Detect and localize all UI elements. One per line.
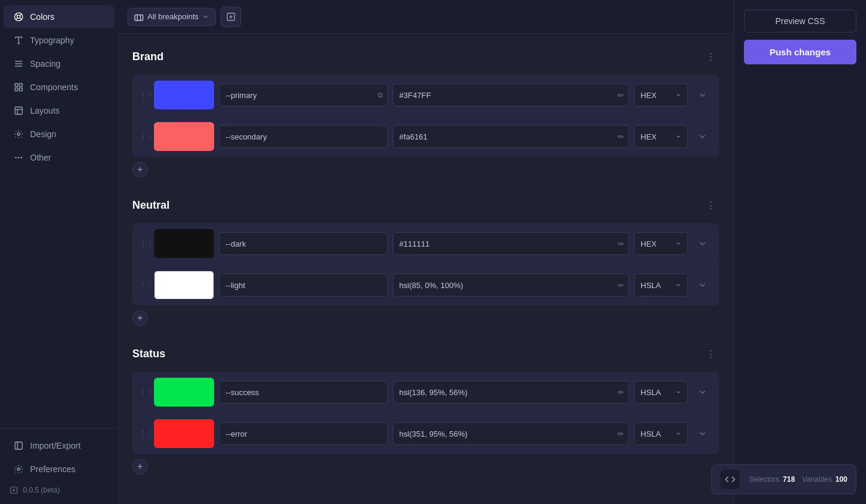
sidebar-item-components[interactable]: Components <box>4 76 114 99</box>
breakpoint-label: All breakpoints <box>147 12 198 21</box>
error-value-wrap: ✏ <box>393 422 629 445</box>
preview-css-button[interactable]: Preview CSS <box>744 10 856 32</box>
light-format-select[interactable]: HSLA <box>634 274 688 297</box>
expand-success[interactable] <box>693 381 712 404</box>
color-row-error: ⋮⋮ ✏ HSLA <box>132 413 719 454</box>
expand-error[interactable] <box>693 422 712 445</box>
edit-icon-primary[interactable]: ✏ <box>618 91 624 100</box>
light-name-field-wrap <box>219 274 388 297</box>
variables-label: Variables <box>802 475 832 484</box>
color-row-light: ⋮⋮ ✏ HSLA <box>132 265 719 306</box>
components-icon <box>13 82 24 93</box>
section-brand-menu[interactable]: ⋮ <box>702 48 719 65</box>
add-breakpoint-button[interactable] <box>221 7 241 27</box>
primary-value-input[interactable] <box>393 84 629 106</box>
secondary-format-select[interactable]: HEX <box>634 125 688 148</box>
drag-handle-error[interactable]: ⋮⋮ <box>140 429 152 438</box>
color-swatch-secondary[interactable] <box>154 122 214 151</box>
section-brand: Brand ⋮ ⋮⋮ ⧉ ✏ HEX <box>132 48 719 177</box>
push-changes-button[interactable]: Push changes <box>744 40 856 64</box>
sidebar-item-design[interactable]: Design <box>4 123 114 146</box>
color-swatch-primary[interactable] <box>154 81 214 109</box>
main-area: All breakpoints Brand ⋮ ⋮⋮ <box>118 0 734 504</box>
edit-icon-error[interactable]: ✏ <box>618 429 624 438</box>
svg-point-24 <box>17 468 20 470</box>
light-name-input[interactable] <box>219 274 388 297</box>
svg-line-5 <box>16 18 17 20</box>
error-format-select[interactable]: HSLA <box>634 422 688 445</box>
copy-icon-primary[interactable]: ⧉ <box>378 91 383 99</box>
expand-dark[interactable] <box>693 232 712 255</box>
color-swatch-dark[interactable] <box>154 229 214 258</box>
section-status-menu[interactable]: ⋮ <box>702 345 719 362</box>
sidebar-item-typography[interactable]: Typography <box>4 29 114 52</box>
drag-handle-dark[interactable]: ⋮⋮ <box>140 239 152 248</box>
sidebar-item-other[interactable]: Other <box>4 146 114 169</box>
sidebar-item-colors-label: Colors <box>30 12 54 22</box>
add-neutral-color-button[interactable]: + <box>132 310 148 326</box>
version-label: 0.0.5 (beta) <box>23 486 60 494</box>
success-name-input[interactable] <box>219 381 388 404</box>
sidebar-item-preferences[interactable]: Preferences <box>4 458 114 481</box>
drag-handle-success[interactable]: ⋮⋮ <box>140 388 152 396</box>
secondary-name-input[interactable] <box>219 125 388 148</box>
svg-line-3 <box>20 18 22 20</box>
primary-format-select[interactable]: HEX <box>634 84 688 106</box>
sidebar-item-colors[interactable]: Colors <box>4 5 114 28</box>
variables-stat: Variables 100 <box>802 475 847 484</box>
sidebar-item-layouts-label: Layouts <box>30 106 60 115</box>
dark-format-select[interactable]: HEX <box>634 232 688 255</box>
sidebar-item-import-export-label: Import/Export <box>30 441 81 450</box>
sidebar: Colors Typography Spacing <box>0 0 118 504</box>
svg-point-21 <box>16 157 16 158</box>
selectors-value: 718 <box>783 475 795 484</box>
success-format-select[interactable]: HSLA <box>634 381 688 404</box>
color-row-primary: ⋮⋮ ⧉ ✏ HEX <box>132 75 719 116</box>
sidebar-item-layouts[interactable]: Layouts <box>4 99 114 122</box>
edit-icon-light[interactable]: ✏ <box>618 281 624 290</box>
sidebar-bottom: Import/Export Preferences 0.0.5 (beta) <box>0 428 118 499</box>
sidebar-item-spacing[interactable]: Spacing <box>4 52 114 75</box>
variables-value: 100 <box>835 475 847 484</box>
edit-icon-secondary[interactable]: ✏ <box>618 132 624 141</box>
drag-handle-light[interactable]: ⋮⋮ <box>140 281 152 289</box>
success-value-input[interactable] <box>393 381 629 404</box>
svg-rect-14 <box>19 88 22 91</box>
layouts-icon <box>13 105 24 116</box>
error-value-input[interactable] <box>393 422 629 445</box>
breakpoint-icon <box>134 12 144 22</box>
drag-handle-primary[interactable]: ⋮⋮ <box>140 91 152 99</box>
dark-name-input[interactable] <box>219 232 388 255</box>
topbar: All breakpoints <box>118 0 734 34</box>
breakpoint-selector[interactable]: All breakpoints <box>127 8 216 26</box>
drag-handle-secondary[interactable]: ⋮⋮ <box>140 132 152 141</box>
light-value-wrap: ✏ <box>393 274 629 297</box>
expand-light[interactable] <box>693 274 712 297</box>
section-neutral-menu[interactable]: ⋮ <box>702 197 719 214</box>
svg-rect-22 <box>15 442 22 449</box>
error-name-field-wrap <box>219 422 388 445</box>
add-brand-color-button[interactable]: + <box>132 162 148 177</box>
edit-icon-success[interactable]: ✏ <box>618 388 624 397</box>
primary-name-input[interactable] <box>219 84 388 106</box>
edit-icon-dark[interactable]: ✏ <box>618 239 624 248</box>
expand-primary[interactable] <box>693 84 712 106</box>
expand-secondary[interactable] <box>693 125 712 148</box>
color-swatch-error[interactable] <box>154 419 214 448</box>
success-value-wrap: ✏ <box>393 381 629 404</box>
neutral-color-card: ⋮⋮ ✏ HEX <box>132 223 719 306</box>
color-swatch-light[interactable] <box>154 271 214 300</box>
light-value-input[interactable] <box>393 274 629 297</box>
design-icon <box>13 129 24 140</box>
error-format-label: HSLA <box>640 429 661 438</box>
svg-rect-15 <box>15 107 22 114</box>
sidebar-item-import-export[interactable]: Import/Export <box>4 434 114 457</box>
add-status-color-button[interactable]: + <box>132 459 148 475</box>
svg-point-19 <box>18 157 19 158</box>
error-name-input[interactable] <box>219 422 388 445</box>
dark-value-input[interactable] <box>393 232 629 255</box>
bottom-stats: Selectors 718 Variables 100 <box>711 464 856 494</box>
secondary-value-input[interactable] <box>393 125 629 148</box>
import-export-icon <box>13 440 24 451</box>
color-swatch-success[interactable] <box>154 378 214 407</box>
